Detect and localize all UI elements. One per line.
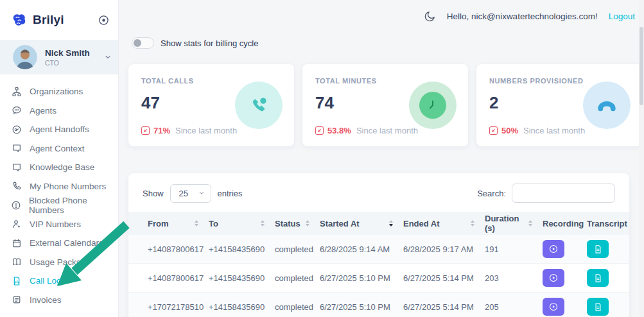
delta-note: Since last month (356, 126, 418, 135)
chevron-down-icon (104, 53, 112, 61)
sidebar-item-usage-packs[interactable]: Usage Packs (0, 253, 118, 272)
sidebar: Brilyi Nick Smith CTO (0, 0, 119, 317)
sidebar-item-agent-context[interactable]: Agent Context (0, 139, 118, 158)
app-window: Brilyi Nick Smith CTO (0, 0, 644, 317)
column-header-started-at[interactable]: Started At (320, 219, 403, 228)
file-chart-icon (11, 275, 22, 286)
dark-mode-moon-icon[interactable] (424, 10, 436, 22)
recording-play-button[interactable] (543, 269, 564, 287)
page-size-select[interactable]: 25 (170, 184, 211, 203)
cell-duration: 205 (485, 302, 543, 312)
cell-to: +14158435690 (209, 273, 275, 283)
table-row: +14087800617 +14158435690 completed 6/28… (128, 235, 629, 264)
cell-to: +14158435690 (209, 302, 275, 312)
recording-play-button[interactable] (543, 240, 564, 258)
chevron-down-icon (198, 190, 205, 196)
sidebar-item-label: Invoices (30, 295, 62, 305)
table-row: +14087800617 +14158435690 completed 6/27… (128, 264, 629, 293)
sidebar-item-external-calendars[interactable]: External Calendars (0, 234, 118, 253)
sidebar-item-blocked-phone-numbers[interactable]: Blocked Phone Numbers (0, 196, 118, 215)
sidebar-item-label: My Phone Numbers (30, 182, 106, 191)
user-profile-menu[interactable]: Nick Smith CTO (0, 40, 118, 74)
sidebar-item-label: Agent Handoffs (30, 124, 89, 134)
stat-card-numbers-provisioned: NUMBERS PROVISIONED 2 50% Since last mon… (476, 64, 642, 146)
calendar-icon (11, 237, 22, 248)
sidebar-item-knowledge-base[interactable]: Knowledge Base (0, 158, 118, 177)
column-header-duration[interactable]: Duration (s) (485, 214, 543, 233)
cell-started: 6/27/2025 5:10 PM (320, 302, 403, 312)
trend-down-icon (141, 126, 150, 135)
sidebar-item-label: Usage Packs (30, 257, 81, 267)
cell-started: 6/28/2025 9:14 AM (320, 244, 403, 254)
handshake-icon (11, 124, 22, 135)
cell-to: +14158435690 (209, 244, 275, 254)
sidebar-item-organizations[interactable]: Organizations (0, 82, 118, 101)
toggle-label: Show stats for billing cycle (161, 39, 258, 48)
sidebar-nav: Organizations Agents Agent Handoffs Agen… (0, 74, 118, 309)
brain-logo-icon (11, 12, 28, 28)
cell-duration: 203 (485, 273, 543, 283)
trend-down-icon (315, 126, 324, 135)
cell-started: 6/27/2025 5:10 PM (320, 273, 403, 283)
column-header-status[interactable]: Status (275, 219, 320, 228)
delta-note: Since last month (523, 126, 585, 135)
sort-icon (195, 220, 198, 227)
column-header-recording: Recording (543, 219, 587, 228)
user-role: CTO (45, 59, 90, 67)
sidebar-item-label: Blocked Phone Numbers (29, 196, 118, 215)
toggle-knob (134, 39, 141, 47)
cell-from: +14087800617 (128, 273, 209, 283)
stat-card-total-minutes: TOTAL MINUTES 74 53.8% Since last month (302, 64, 468, 146)
sidebar-item-call-logs[interactable]: Call Logs (0, 271, 118, 291)
transcript-button[interactable] (587, 269, 609, 287)
cell-status: completed (275, 302, 320, 312)
sidebar-pin-icon[interactable] (98, 15, 109, 26)
sidebar-item-label: External Calendars (30, 238, 103, 248)
stat-cards: TOTAL CALLS 47 71% Since last month TOTA… (128, 64, 642, 146)
cell-from: +14087800617 (128, 244, 209, 254)
billing-cycle-toggle-row: Show stats for billing cycle (132, 37, 258, 49)
sidebar-item-invoices[interactable]: Invoices (0, 291, 118, 310)
scrollbar-thumb[interactable] (640, 27, 643, 105)
search-label: Search: (477, 189, 506, 198)
cell-status: completed (275, 244, 320, 254)
search-input[interactable] (512, 184, 615, 203)
topbar: Hello, nick@nixwatertechnologies.com! Lo… (119, 0, 635, 32)
cell-ended: 6/28/2025 9:17 AM (403, 244, 485, 254)
billing-cycle-toggle[interactable] (132, 37, 154, 49)
sidebar-item-agents[interactable]: Agents (0, 101, 118, 121)
column-header-from[interactable]: From (128, 219, 209, 228)
user-name: Nick Smith (45, 48, 90, 58)
sidebar-item-agent-handoffs[interactable]: Agent Handoffs (0, 120, 118, 139)
delta-value: 50% (501, 126, 518, 135)
delta-note: Since last month (175, 126, 237, 135)
delta-value: 71% (153, 126, 170, 135)
stat-card-total-calls: TOTAL CALLS 47 71% Since last month (128, 64, 294, 146)
cell-status: completed (275, 273, 320, 283)
recording-play-button[interactable] (543, 298, 564, 316)
stat-delta: 50% Since last month (489, 126, 585, 135)
column-header-ended-at[interactable]: Ended At (403, 219, 485, 228)
sidebar-item-vip-numbers[interactable]: VIP Numbers (0, 215, 118, 234)
alert-circle-icon (11, 200, 21, 210)
table-controls: Show 25 entries Search: (128, 173, 629, 212)
sidebar-item-label: Call Logs (30, 276, 65, 286)
sidebar-item-label: Knowledge Base (30, 162, 94, 172)
table-header-row: From To Status Started At Ended At Durat… (128, 212, 629, 235)
sort-icon (306, 220, 309, 227)
search-wrap: Search: (477, 184, 615, 203)
column-header-to[interactable]: To (209, 219, 275, 228)
greeting-text: Hello, nick@nixwatertechnologies.com! (447, 12, 598, 21)
avatar (13, 45, 37, 69)
transcript-button[interactable] (587, 298, 609, 316)
logo-row: Brilyi (0, 0, 118, 40)
clock-icon (409, 81, 457, 129)
sidebar-item-label: Agent Context (30, 144, 85, 153)
chat-square-icon (11, 143, 22, 154)
logout-link[interactable]: Logout (609, 12, 635, 21)
sidebar-item-my-phone-numbers[interactable]: My Phone Numbers (0, 177, 118, 196)
file-lines-icon (11, 295, 22, 305)
cell-ended: 6/27/2025 5:14 PM (403, 273, 485, 283)
transcript-button[interactable] (587, 240, 609, 258)
handset-icon (583, 81, 631, 129)
